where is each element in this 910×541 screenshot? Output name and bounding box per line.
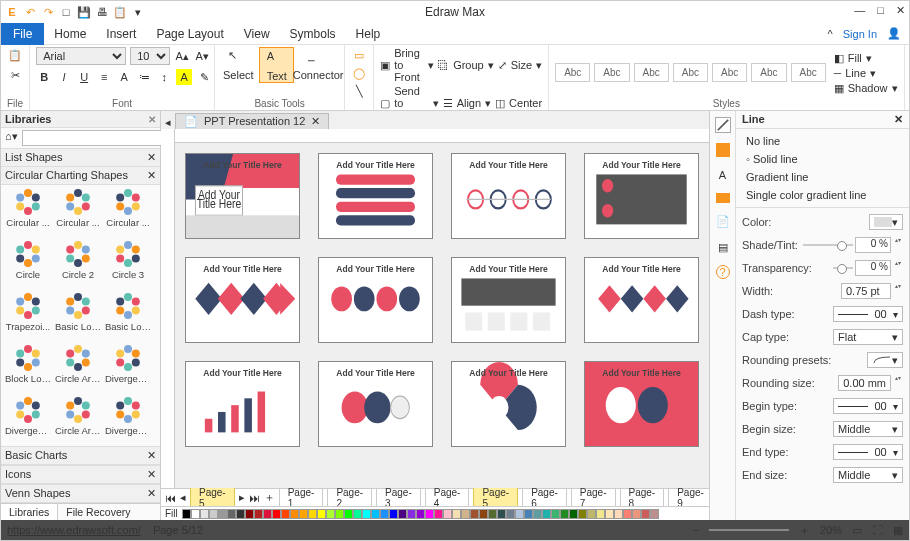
style-preset-1[interactable]: Abc <box>555 63 590 82</box>
color-swatch[interactable] <box>524 509 533 519</box>
slide-thumbnail[interactable]: Add Your Title Here <box>451 361 566 447</box>
shape-circle-icon[interactable]: ◯ <box>351 65 367 81</box>
shape-line-icon[interactable]: ╲ <box>351 83 367 99</box>
shape-item[interactable]: Circle <box>3 239 53 291</box>
color-swatch[interactable] <box>569 509 578 519</box>
new-icon[interactable]: □ <box>59 5 73 19</box>
color-swatch[interactable] <box>560 509 569 519</box>
doctab-prev-icon[interactable]: ◂ <box>161 116 175 129</box>
color-swatch[interactable] <box>461 509 470 519</box>
color-swatch[interactable] <box>452 509 461 519</box>
color-swatch[interactable] <box>380 509 389 519</box>
shape-rect-icon[interactable]: ▭ <box>351 47 367 63</box>
color-swatch[interactable] <box>587 509 596 519</box>
color-swatch[interactable] <box>218 509 227 519</box>
cat-circ-close[interactable]: ✕ <box>147 169 156 182</box>
color-swatch[interactable] <box>200 509 209 519</box>
page-last-icon[interactable]: ⏭ <box>249 492 260 504</box>
style-preset-5[interactable]: Abc <box>712 63 747 82</box>
rp-tab-shape-icon[interactable] <box>716 193 730 203</box>
shade-slider[interactable] <box>803 244 853 246</box>
slide-thumbnail[interactable]: Add Your Title Here <box>584 361 699 447</box>
ribbon-collapse-icon[interactable]: ^ <box>828 28 833 40</box>
cat-list-shapes[interactable]: List Shapes <box>5 151 62 164</box>
view-fit-icon[interactable]: ▭ <box>852 524 862 537</box>
color-swatch[interactable] <box>434 509 443 519</box>
slide-thumbnail[interactable]: Add Your Title Here <box>318 361 433 447</box>
shape-item[interactable]: Divergent... <box>3 395 53 446</box>
libraries-close-icon[interactable]: ✕ <box>148 114 156 125</box>
color-swatch[interactable] <box>614 509 623 519</box>
color-swatch[interactable] <box>299 509 308 519</box>
color-swatch[interactable] <box>389 509 398 519</box>
color-swatch[interactable] <box>263 509 272 519</box>
align-button[interactable]: ≡ <box>96 69 112 85</box>
slide-thumbnail[interactable]: Add Your Title Here <box>318 153 433 239</box>
color-swatch[interactable] <box>353 509 362 519</box>
slide-thumbnail[interactable]: Add Your Title Here <box>451 257 566 343</box>
style-preset-3[interactable]: Abc <box>634 63 669 82</box>
tab-symbols[interactable]: Symbols <box>280 23 346 45</box>
color-swatch[interactable] <box>191 509 200 519</box>
color-swatch[interactable] <box>443 509 452 519</box>
color-swatch[interactable] <box>254 509 263 519</box>
maximize-button[interactable]: □ <box>877 4 884 17</box>
color-picker[interactable]: ▾ <box>869 214 903 230</box>
file-tab[interactable]: File <box>1 23 44 45</box>
slide-thumbnail[interactable]: Add Your Title Here <box>185 257 300 343</box>
trans-value[interactable]: 0 % <box>855 260 891 276</box>
color-swatch[interactable] <box>632 509 641 519</box>
color-swatch[interactable] <box>335 509 344 519</box>
rp-close-icon[interactable]: ✕ <box>894 113 903 126</box>
shadow-button[interactable]: ▦ Shadow ▾ <box>834 82 898 94</box>
zoom-slider[interactable] <box>709 529 789 531</box>
document-tab[interactable]: 📄PPT Presentation 12✕ <box>175 113 329 129</box>
rounds-value[interactable]: 0.00 mm <box>838 375 891 391</box>
shape-item[interactable]: Circle 2 <box>53 239 103 291</box>
connector-tool[interactable]: ⎯Connector <box>298 47 338 81</box>
tab-view[interactable]: View <box>234 23 280 45</box>
rp-tab-text-icon[interactable]: A <box>715 167 731 183</box>
color-swatch[interactable] <box>542 509 551 519</box>
rounds-spin[interactable]: ▴▾ <box>893 375 903 391</box>
align-button-arr[interactable]: ☰ Align ▾ <box>443 97 491 109</box>
qat-more-icon[interactable]: ▾ <box>131 5 145 19</box>
slide-thumbnail[interactable]: Add Your Title Here <box>451 153 566 239</box>
style-preset-4[interactable]: Abc <box>673 63 708 82</box>
page-next-icon[interactable]: ▸ <box>239 491 245 504</box>
paste-button[interactable]: 📋 <box>7 47 23 63</box>
page-add-icon[interactable]: ＋ <box>264 490 275 505</box>
tab-home[interactable]: Home <box>44 23 96 45</box>
color-swatch[interactable] <box>470 509 479 519</box>
style-preset-7[interactable]: Abc <box>791 63 826 82</box>
color-swatch[interactable] <box>308 509 317 519</box>
font-family-select[interactable]: Arial <box>36 47 126 65</box>
rp-tab-help-icon[interactable]: ? <box>716 265 730 279</box>
size-button[interactable]: ⤢ Size ▾ <box>498 59 542 71</box>
bsize-select[interactable]: Middle▾ <box>833 421 903 437</box>
slide-thumbnail[interactable]: Add Your Title Here <box>584 257 699 343</box>
cat-circular[interactable]: Circular Charting Shapes <box>5 169 128 182</box>
slide-thumbnail[interactable]: Add Your Title Here <box>318 257 433 343</box>
cat-venn[interactable]: Venn Shapes <box>5 487 70 500</box>
shape-item[interactable]: Basic Loo... <box>103 291 153 343</box>
color-swatch[interactable] <box>227 509 236 519</box>
tab-libraries[interactable]: Libraries <box>1 504 58 520</box>
zoom-out-icon[interactable]: − <box>693 524 699 536</box>
minimize-button[interactable]: ― <box>854 4 865 17</box>
color-swatch[interactable] <box>578 509 587 519</box>
shape-item[interactable]: Circular ... <box>103 187 153 239</box>
esize-select[interactable]: Middle▾ <box>833 467 903 483</box>
cut-button[interactable]: ✂ <box>7 67 23 83</box>
paste-icon[interactable]: 📋 <box>113 5 127 19</box>
spacing-button[interactable]: ↕ <box>156 69 172 85</box>
color-swatch[interactable] <box>398 509 407 519</box>
shape-item[interactable]: Block Loop <box>3 343 53 395</box>
fill-button[interactable]: ◧ Fill ▾ <box>834 52 898 64</box>
view-grid-icon[interactable]: ▦ <box>893 524 903 537</box>
bring-front-button[interactable]: ▣ Bring to Front ▾ <box>380 47 434 83</box>
library-search-input[interactable] <box>22 130 162 146</box>
color-swatch[interactable] <box>506 509 515 519</box>
tab-file-recovery[interactable]: File Recovery <box>58 504 138 520</box>
color-swatch[interactable] <box>272 509 281 519</box>
